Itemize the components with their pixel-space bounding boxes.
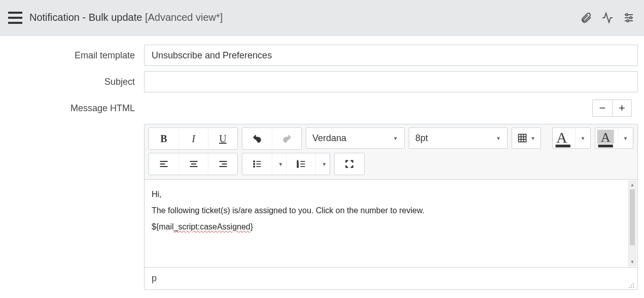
menu-icon[interactable] (8, 12, 22, 24)
text-color-icon[interactable]: A (553, 128, 575, 148)
row-message-html: Message HTML − + (0, 100, 644, 117)
align-right-button[interactable] (208, 153, 237, 175)
chevron-down-icon: ▼ (278, 161, 283, 167)
settings-sliders-icon[interactable] (622, 11, 636, 25)
editor-toolbar-row-1: B I U Verdana ▼ 8pt (145, 124, 637, 150)
editor-line: Hi, (152, 190, 630, 199)
svg-point-4 (630, 17, 632, 19)
chevron-down-icon: ▼ (393, 136, 398, 141)
bullet-list-dropdown[interactable]: ▼ (272, 153, 286, 175)
undo-button[interactable] (242, 128, 272, 149)
chevron-down-icon: ▼ (496, 136, 501, 141)
font-size-select[interactable]: 8pt ▼ (409, 127, 508, 149)
svg-point-27 (254, 166, 255, 168)
editor-content[interactable]: Hi, The following ticket(s) is/are assig… (145, 180, 637, 267)
svg-point-39 (633, 285, 634, 286)
row-subject: Subject (0, 71, 644, 92)
font-family-value: Verdana (312, 133, 346, 144)
page-title: Notification - Bulk update [Advanced vie… (29, 12, 223, 23)
text-color-button[interactable]: A ▼ (552, 127, 591, 149)
scroll-down-icon[interactable]: ▼ (629, 258, 636, 266)
svg-point-3 (626, 14, 628, 16)
svg-point-42 (633, 287, 634, 288)
collapse-button[interactable]: − (593, 100, 612, 116)
row-email-template: Email template (0, 45, 644, 66)
email-template-label: Email template (0, 50, 144, 61)
italic-button[interactable]: I (178, 128, 208, 149)
svg-rect-6 (519, 135, 526, 142)
editor-size-controls: − + (592, 100, 632, 117)
svg-point-41 (631, 287, 632, 288)
subject-input[interactable] (144, 71, 638, 92)
editor-line: The following ticket(s) is/are assigned … (152, 206, 630, 215)
font-family-select[interactable]: Verdana ▼ (306, 127, 405, 149)
numbered-list-dropdown[interactable]: ▼ (315, 153, 330, 175)
font-size-value: 8pt (415, 133, 428, 144)
bold-button[interactable]: B (149, 128, 178, 149)
svg-rect-15 (598, 145, 613, 148)
highlight-color-button[interactable]: A ▼ (595, 127, 633, 149)
chevron-down-icon[interactable]: ▼ (618, 128, 633, 148)
editor-body[interactable]: Hi, The following ticket(s) is/are assig… (145, 179, 637, 267)
svg-point-5 (627, 20, 629, 22)
spellcheck-error: _script:caseAssigned (174, 222, 251, 231)
scrollbar[interactable]: ▲ ▼ (628, 181, 636, 266)
align-center-button[interactable] (178, 153, 208, 175)
svg-point-26 (254, 163, 255, 165)
element-path[interactable]: p (152, 273, 157, 284)
scroll-thumb[interactable] (630, 189, 635, 245)
editor-toolbar-row-2: ▼ 123 ▼ (145, 150, 637, 179)
attachment-icon[interactable] (579, 11, 593, 25)
svg-point-38 (631, 285, 632, 286)
table-button[interactable]: ▼ (512, 127, 541, 149)
resize-grip-icon[interactable] (627, 280, 634, 287)
svg-point-25 (254, 161, 255, 162)
scroll-up-icon[interactable]: ▲ (629, 181, 636, 188)
underline-button[interactable]: U (208, 128, 237, 149)
activity-icon[interactable] (600, 11, 615, 25)
chevron-down-icon: ▼ (322, 161, 327, 167)
svg-text:A: A (601, 130, 611, 145)
page-title-suffix: [Advanced view*] (145, 12, 223, 23)
fullscreen-button[interactable] (335, 153, 364, 175)
bullet-list-button[interactable] (242, 153, 272, 175)
subject-label: Subject (0, 77, 144, 87)
highlight-color-icon[interactable]: A (595, 128, 618, 148)
editor-line: ${mail_script:caseAssigned} (152, 222, 630, 231)
svg-text:3: 3 (297, 165, 298, 168)
editor-status-bar: p (145, 267, 637, 289)
svg-text:A: A (556, 129, 567, 146)
svg-point-40 (629, 287, 630, 288)
chevron-down-icon[interactable]: ▼ (575, 128, 590, 148)
expand-button[interactable]: + (612, 100, 631, 116)
email-template-input[interactable] (144, 45, 638, 66)
align-left-button[interactable] (149, 153, 178, 175)
svg-point-37 (633, 283, 634, 284)
svg-rect-12 (556, 145, 570, 148)
rich-text-editor: B I U Verdana ▼ 8pt (144, 124, 638, 290)
redo-button[interactable] (272, 128, 301, 149)
page-header: Notification - Bulk update [Advanced vie… (0, 0, 644, 36)
numbered-list-button[interactable]: 123 (286, 153, 315, 175)
chevron-down-icon: ▼ (530, 136, 535, 141)
page-title-main: Notification - Bulk update (29, 12, 142, 23)
form-area: Email template Subject Message HTML − + … (0, 36, 644, 290)
message-html-label: Message HTML (0, 103, 144, 114)
